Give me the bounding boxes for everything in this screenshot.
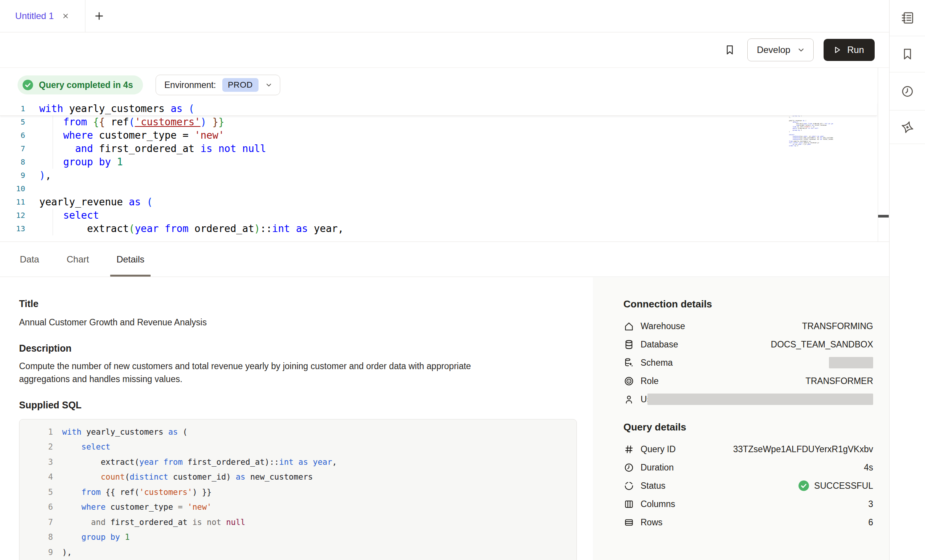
check-circle-icon	[798, 480, 809, 491]
line-number: 2	[19, 442, 62, 451]
supplied-sql-heading: Supplied SQL	[19, 399, 578, 411]
sql-line-6: 6 where customer_type = 'new'	[19, 500, 577, 515]
detail-label: Duration	[641, 462, 674, 473]
bookmark-icon[interactable]	[724, 44, 736, 56]
bookmark-icon	[900, 47, 915, 61]
tab-data-label: Data	[20, 254, 39, 265]
sql-line-3: 3 extract(year from first_ordered_at)::i…	[19, 454, 577, 470]
detail-row-database: DatabaseDOCS_TEAM_SANDBOX	[623, 335, 873, 354]
details-right-column: Connection details WarehouseTRANSFORMING…	[593, 277, 889, 560]
sql-line-9: 9),	[19, 545, 577, 560]
connection-details-heading: Connection details	[623, 298, 873, 310]
detail-label: Warehouse	[641, 321, 685, 331]
right-icon-rail	[889, 0, 925, 560]
line-number: 5	[19, 488, 62, 497]
sql-line-1: 1with yearly_customers as (	[19, 424, 577, 440]
rows-icon	[623, 517, 634, 528]
tab-chart[interactable]: Chart	[61, 242, 95, 277]
tab-chart-label: Chart	[67, 254, 89, 265]
detail-label: Schema	[641, 358, 673, 368]
line-number: 7	[0, 142, 25, 155]
line-number: 3	[19, 458, 62, 467]
title-value: Annual Customer Growth and Revenue Analy…	[19, 316, 578, 329]
editor-line-11: 11yearly_revenue as (	[0, 195, 877, 209]
detail-row-query-id: Query ID33TZseWpe1ALFDUYerxR1gVKxbv	[623, 440, 873, 458]
detail-row-schema: Schema	[623, 354, 873, 372]
detail-row-user: User	[623, 390, 873, 408]
chevron-down-icon	[265, 81, 273, 89]
rail-button-bookmark[interactable]	[890, 36, 925, 72]
query-status-text: Query completed in 4s	[39, 80, 133, 90]
detail-value: SUCCESSFUL	[798, 480, 873, 491]
rail-button-history[interactable]	[890, 72, 925, 110]
database-icon	[623, 339, 634, 350]
develop-label: Develop	[757, 45, 790, 55]
line-number: 13	[0, 222, 25, 235]
line-number: 1	[19, 427, 62, 437]
file-tab-label: Untitled 1	[15, 11, 54, 21]
develop-dropdown[interactable]: Develop	[747, 38, 814, 61]
detail-value: TRANSFORMING	[802, 321, 873, 331]
close-icon[interactable]	[61, 12, 70, 20]
line-number: 8	[0, 155, 25, 169]
rail-button-notebook[interactable]	[890, 0, 925, 36]
environment-label: Environment:	[164, 80, 216, 90]
line-number: 7	[19, 518, 62, 527]
redacted-value	[647, 394, 873, 405]
detail-value: 33TZseWpe1ALFDUYerxR1gVKxbv	[733, 444, 873, 454]
query-details-heading: Query details	[623, 421, 873, 433]
line-number: 12	[0, 209, 25, 222]
editor-scrollbar-handle[interactable]	[878, 215, 889, 218]
line-number: 9	[19, 548, 62, 557]
tab-data[interactable]: Data	[14, 242, 45, 277]
detail-label: Status	[641, 481, 665, 491]
new-tab-button[interactable]	[92, 8, 107, 24]
duration-icon	[623, 462, 634, 473]
notebook-icon	[900, 11, 915, 25]
query-status-pill: Query completed in 4s	[18, 75, 143, 94]
editor-line-6: 6 where customer_type = 'new'	[0, 129, 877, 142]
tab-bar: Untitled 1	[0, 0, 889, 32]
detail-row-duration: Duration4s	[623, 458, 873, 477]
detail-label: Query ID	[641, 444, 676, 454]
schema-icon	[623, 357, 634, 368]
copilot-icon	[900, 120, 915, 134]
sql-line-5: 5 from {{ ref('customers') }}	[19, 485, 577, 500]
redacted-value	[829, 357, 873, 368]
title-heading: Title	[19, 298, 578, 309]
line-number: 10	[0, 182, 25, 195]
environment-selector[interactable]: Environment: PROD	[156, 75, 280, 95]
columns-icon	[623, 499, 634, 510]
detail-label: Rows	[641, 517, 663, 528]
tab-details-label: Details	[116, 254, 144, 265]
detail-row-status: StatusSUCCESSFUL	[623, 477, 873, 495]
description-heading: Description	[19, 342, 578, 354]
detail-row-warehouse: WarehouseTRANSFORMING	[623, 317, 873, 335]
description-value: Compute the number of new customers and …	[19, 360, 578, 386]
sql-line-8: 8 group by 1	[19, 530, 577, 545]
editor-line-9: 9),	[0, 169, 877, 182]
user-icon	[623, 394, 634, 405]
sql-line-7: 7 and first_ordered_at is not null	[19, 515, 577, 530]
detail-row-rows: Rows6	[623, 513, 873, 531]
query-details-rows: Query ID33TZseWpe1ALFDUYerxR1gVKxbvDurat…	[623, 440, 873, 531]
detail-label: Columns	[641, 499, 675, 509]
play-icon	[832, 45, 842, 55]
plus-icon	[93, 10, 105, 22]
line-number: 6	[0, 129, 25, 142]
line-number: 8	[19, 533, 62, 542]
editor-line-10: 10	[0, 182, 877, 195]
editor-line-5: 5 from {{ ref('customers') }}	[0, 115, 877, 129]
detail-value: 3	[868, 499, 873, 509]
rail-button-copilot[interactable]	[890, 110, 925, 144]
file-tab-untitled-1[interactable]: Untitled 1	[0, 0, 85, 32]
detail-value: 4s	[864, 462, 873, 473]
run-button[interactable]: Run	[824, 39, 875, 61]
sql-editor[interactable]: Query completed in 4s Environment: PROD …	[0, 68, 889, 242]
detail-row-role: RoleTRANSFORMER	[623, 372, 873, 390]
editor-line-13: 13 extract(year from ordered_at)::int as…	[0, 222, 877, 235]
tab-details[interactable]: Details	[110, 242, 150, 277]
line-number: 11	[0, 195, 25, 209]
detail-label: Role	[641, 376, 658, 386]
line-number: 6	[19, 502, 62, 512]
